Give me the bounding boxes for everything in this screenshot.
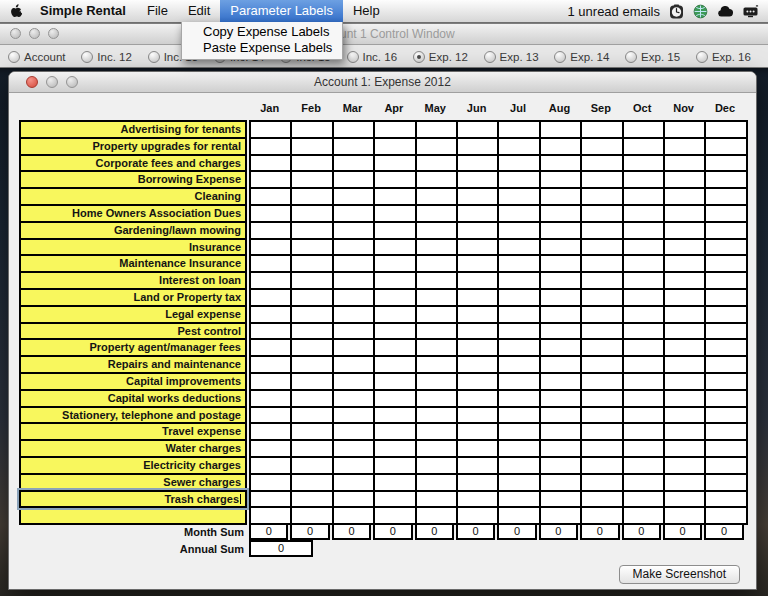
cloud-icon[interactable] (717, 0, 733, 22)
radio-exp-12[interactable]: Exp. 12 (413, 51, 468, 63)
expense-grid: Advertising for tenantsProperty upgrades… (19, 120, 748, 525)
month-header-aug: Aug (539, 102, 580, 114)
display-icon[interactable] (742, 0, 759, 22)
minimize-button[interactable] (46, 76, 58, 88)
month-sum-cell: 0 (580, 523, 619, 540)
radio-button-icon (8, 51, 20, 63)
month-sum-cell: 0 (290, 523, 329, 540)
month-header-oct: Oct (622, 102, 663, 114)
window-controls (26, 76, 78, 88)
month-sum-cell: 0 (497, 523, 536, 540)
month-sum-cell: 0 (539, 523, 578, 540)
menu-item-copy-expense-labels[interactable]: Copy Expense Labels (182, 24, 342, 40)
month-sum-cell: 0 (704, 523, 743, 540)
month-header-jun: Jun (456, 102, 497, 114)
close-button[interactable] (10, 28, 21, 39)
month-header-feb: Feb (290, 102, 331, 114)
radio-label: Exp. 13 (500, 51, 539, 63)
parameter-labels-dropdown: Copy Expense Labels Paste Expense Labels (181, 22, 343, 60)
radio-exp-16[interactable]: Exp. 16 (696, 51, 751, 63)
unread-emails-status[interactable]: 1 unread emails (568, 4, 661, 19)
radio-account[interactable]: Account (8, 51, 66, 63)
account-sheet-radio-row: AccountInc. 12Inc. 13Inc. 14Inc. 15Inc. … (0, 45, 768, 68)
radio-button-icon (554, 51, 566, 63)
month-sum-cells: 000000000000 (247, 523, 744, 540)
radio-label: Inc. 12 (97, 51, 132, 63)
annual-sum-label: Annual Sum (19, 543, 247, 555)
minimize-button[interactable] (29, 28, 40, 39)
month-sum-label: Month Sum (19, 526, 247, 538)
make-screenshot-button[interactable]: Make Screenshot (619, 565, 740, 584)
radio-button-icon (484, 51, 496, 63)
control-window-titlebar[interactable]: Account 1 Control Window (0, 24, 768, 45)
annual-sum-cell: 0 (249, 540, 313, 557)
radio-exp-14[interactable]: Exp. 14 (554, 51, 609, 63)
radio-inc-16[interactable]: Inc. 16 (347, 51, 398, 63)
month-header-apr: Apr (373, 102, 414, 114)
expense-window-titlebar[interactable]: Account 1: Expense 2012 (9, 72, 756, 93)
menu-edit[interactable]: Edit (178, 0, 220, 22)
globe-icon[interactable] (693, 0, 708, 22)
month-header-jul: Jul (497, 102, 538, 114)
radio-label: Inc. 16 (363, 51, 398, 63)
radio-button-icon (81, 51, 93, 63)
month-sum-cell: 0 (332, 523, 371, 540)
menu-file[interactable]: File (137, 0, 178, 22)
radio-button-icon (696, 51, 708, 63)
month-header-may: May (415, 102, 456, 114)
month-header-dec: Dec (704, 102, 745, 114)
month-header-sep: Sep (580, 102, 621, 114)
radio-label: Exp. 15 (641, 51, 680, 63)
annual-sum-row: Annual Sum 0 (19, 540, 744, 557)
month-sum-cell: 0 (622, 523, 661, 540)
radio-button-icon (347, 51, 359, 63)
window-controls (10, 28, 59, 39)
apple-icon (9, 4, 22, 19)
menu-item-paste-expense-labels[interactable]: Paste Expense Labels (182, 40, 342, 56)
account-control-window: Account 1 Control Window AccountInc. 12I… (0, 23, 768, 68)
expense-window-title: Account 1: Expense 2012 (314, 75, 451, 89)
month-header-jan: Jan (249, 102, 290, 114)
radio-button-icon (148, 51, 160, 63)
month-sum-cell: 0 (456, 523, 495, 540)
radio-button-icon (413, 51, 425, 63)
close-button[interactable] (26, 76, 38, 88)
radio-label: Exp. 16 (712, 51, 751, 63)
month-header-row: JanFebMarAprMayJunJulAugSepOctNovDec (19, 102, 746, 114)
radio-exp-13[interactable]: Exp. 13 (484, 51, 539, 63)
app-menu-simple-rental[interactable]: Simple Rental (29, 0, 137, 22)
menu-bar: Simple Rental File Edit Parameter Labels… (0, 0, 768, 23)
menu-parameter-labels[interactable]: Parameter Labels (220, 0, 343, 22)
text-cursor (240, 494, 241, 504)
month-header-spacer (19, 102, 249, 114)
month-header-nov: Nov (663, 102, 704, 114)
radio-exp-15[interactable]: Exp. 15 (625, 51, 680, 63)
expense-window: Account 1: Expense 2012 JanFebMarAprMayJ… (8, 71, 757, 590)
month-sum-cell: 0 (373, 523, 412, 540)
timer-icon[interactable] (669, 0, 684, 22)
month-sum-cell: 0 (249, 523, 288, 540)
month-header-mar: Mar (332, 102, 373, 114)
radio-inc-12[interactable]: Inc. 12 (81, 51, 132, 63)
radio-button-icon (625, 51, 637, 63)
radio-label: Account (24, 51, 66, 63)
month-sum-cell: 0 (663, 523, 702, 540)
zoom-button[interactable] (66, 76, 78, 88)
apple-menu[interactable] (0, 0, 29, 22)
expense-label-field[interactable]: Trash charges (19, 490, 247, 509)
month-sum-row: Month Sum 000000000000 (19, 523, 744, 540)
month-sum-cell: 0 (415, 523, 454, 540)
menu-help[interactable]: Help (343, 0, 390, 22)
zoom-button[interactable] (48, 28, 59, 39)
radio-label: Exp. 14 (570, 51, 609, 63)
expense-window-content: JanFebMarAprMayJunJulAugSepOctNovDec Adv… (9, 92, 756, 589)
menu-bar-status-area: 1 unread emails (568, 0, 768, 22)
sum-rows: Month Sum 000000000000 Annual Sum 0 (19, 523, 744, 557)
radio-label: Exp. 12 (429, 51, 468, 63)
